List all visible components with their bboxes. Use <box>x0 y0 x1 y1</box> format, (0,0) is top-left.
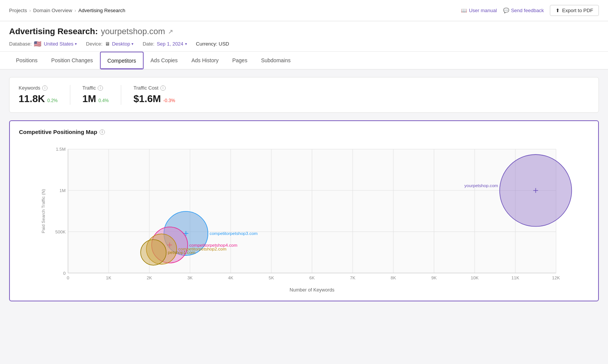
svg-text:500K: 500K <box>55 230 66 234</box>
svg-text:5K: 5K <box>269 276 274 280</box>
breadcrumb-current: Advertising Research <box>78 8 125 13</box>
export-icon: ⬆ <box>556 8 560 13</box>
svg-text:12K: 12K <box>552 276 560 280</box>
svg-point-53 <box>141 240 166 265</box>
tab-competitors[interactable]: Competitors <box>100 52 144 69</box>
metric-label: Keywords i <box>19 85 58 91</box>
top-bar: Projects › Domain Overview › Advertising… <box>0 0 608 21</box>
external-link-icon[interactable]: ↗ <box>168 28 173 35</box>
metric-value: 11.8K 0.2% <box>19 93 58 105</box>
tab-subdomains[interactable]: Subdomains <box>254 52 298 69</box>
metric-value: $1.6M -0.3% <box>133 93 175 105</box>
metric-info-icon[interactable]: i <box>160 85 166 91</box>
svg-text:Number of Keywords: Number of Keywords <box>290 287 334 293</box>
metrics-card: Keywords i 11.8K 0.2% Traffic i 1M 0.4% … <box>9 77 599 113</box>
metric-traffic-cost: Traffic Cost i $1.6M -0.3% <box>133 85 187 105</box>
book-icon: 📖 <box>461 8 467 13</box>
send-feedback-link[interactable]: 💬 Send feedback <box>503 8 544 13</box>
top-actions: 📖 User manual 💬 Send feedback ⬆ Export t… <box>461 5 599 16</box>
page-header: Advertising Research: yourpetshop.com ↗ … <box>0 21 608 52</box>
metric-change: 0.2% <box>47 98 57 103</box>
tab-ads-copies[interactable]: Ads Copies <box>144 52 185 69</box>
tab-positions[interactable]: Positions <box>9 52 44 69</box>
chart-area: 0500K1M1.5M01K2K3K4K5K6K7K8K9K10K11K12KP… <box>19 141 589 293</box>
svg-text:11K: 11K <box>511 276 519 280</box>
svg-text:2K: 2K <box>147 276 152 280</box>
metric-value: 1M 0.4% <box>82 93 109 105</box>
feedback-icon: 💬 <box>503 8 509 13</box>
breadcrumb: Projects › Domain Overview › Advertising… <box>9 8 125 13</box>
page-title-prefix: Advertising Research: <box>9 27 98 36</box>
metric-change: -0.3% <box>163 98 175 103</box>
export-pdf-button[interactable]: ⬆ Export to PDF <box>550 5 599 16</box>
user-manual-link[interactable]: 📖 User manual <box>461 8 497 13</box>
database-label: Database: <box>9 41 32 47</box>
page-domain: yourpetshop.com <box>101 27 165 36</box>
svg-text:0: 0 <box>63 271 65 276</box>
metric-change: 0.4% <box>98 98 109 103</box>
metric-info-icon[interactable]: i <box>42 85 48 91</box>
svg-text:8K: 8K <box>391 276 396 280</box>
breadcrumb-domain-overview[interactable]: Domain Overview <box>33 8 72 13</box>
desktop-icon: 🖥 <box>105 41 110 47</box>
database-chevron-icon: ▾ <box>75 42 77 46</box>
device-chevron-icon: ▾ <box>131 42 133 46</box>
currency-display: Currency: USD <box>196 41 229 47</box>
tab-position-changes[interactable]: Position Changes <box>44 52 100 69</box>
database-filter: Database: 🇺🇸 United States ▾ <box>9 40 77 47</box>
chart-info-icon[interactable]: i <box>100 129 105 135</box>
svg-text:4K: 4K <box>228 276 233 280</box>
date-filter: Date: Sep 1, 2024 ▾ <box>142 41 187 47</box>
us-flag-icon: 🇺🇸 <box>34 40 41 47</box>
svg-text:10K: 10K <box>471 276 479 280</box>
svg-text:1K: 1K <box>106 276 111 280</box>
metric-label: Traffic i <box>82 85 109 91</box>
breadcrumb-projects[interactable]: Projects <box>9 8 27 13</box>
svg-text:1.5M: 1.5M <box>56 147 66 151</box>
metric-info-icon[interactable]: i <box>98 85 103 91</box>
page-title: Advertising Research: yourpetshop.com ↗ <box>9 27 599 36</box>
database-value[interactable]: United States ▾ <box>44 41 77 47</box>
svg-text:competitorpetshop3.com: competitorpetshop3.com <box>209 231 258 236</box>
svg-text:6K: 6K <box>309 276 315 280</box>
metric-label: Traffic Cost i <box>133 85 175 91</box>
date-label: Date: <box>142 41 154 47</box>
tab-ads-history[interactable]: Ads History <box>185 52 226 69</box>
positioning-map-chart: 0500K1M1.5M01K2K3K4K5K6K7K8K9K10K11K12KP… <box>19 141 589 293</box>
svg-text:1M: 1M <box>60 188 66 193</box>
chart-title: Competitive Positioning Map i <box>19 129 589 135</box>
chart-card: Competitive Positioning Map i 0500K1M1.5… <box>9 120 599 301</box>
filters-row: Database: 🇺🇸 United States ▾ Device: 🖥 D… <box>9 40 599 51</box>
device-filter: Device: 🖥 Desktop ▾ <box>86 41 133 47</box>
date-chevron-icon: ▾ <box>185 42 187 46</box>
date-value[interactable]: Sep 1, 2024 ▾ <box>157 41 187 47</box>
main-content: Keywords i 11.8K 0.2% Traffic i 1M 0.4% … <box>0 69 608 309</box>
tab-pages[interactable]: Pages <box>225 52 254 69</box>
metric-traffic: Traffic i 1M 0.4% <box>82 85 121 105</box>
svg-text:Paid Search Traffic (N): Paid Search Traffic (N) <box>41 189 46 233</box>
svg-text:petshop1.com: petshop1.com <box>168 250 196 255</box>
svg-text:0: 0 <box>67 276 69 280</box>
tabs-nav: PositionsPosition ChangesCompetitorsAds … <box>0 52 608 69</box>
device-value[interactable]: Desktop ▾ <box>112 41 134 47</box>
svg-text:3K: 3K <box>187 276 193 280</box>
svg-text:yourpetshop.com: yourpetshop.com <box>464 183 498 188</box>
metric-keywords: Keywords i 11.8K 0.2% <box>19 85 70 105</box>
svg-text:9K: 9K <box>431 276 437 280</box>
device-label: Device: <box>86 41 102 47</box>
svg-text:7K: 7K <box>350 276 355 280</box>
